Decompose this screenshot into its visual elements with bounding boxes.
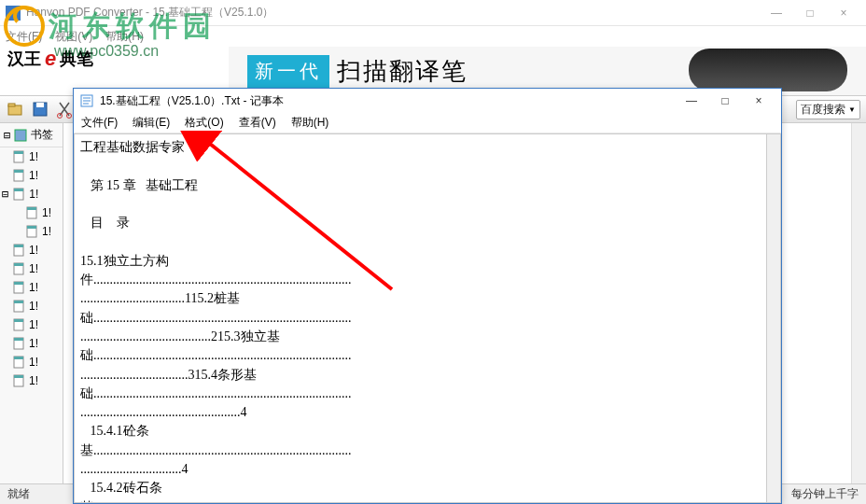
menu-view[interactable]: 视图(V) (55, 29, 92, 45)
sidebar-item[interactable]: 1! (0, 166, 63, 185)
sidebar-item[interactable]: 1! (0, 297, 63, 315)
banner-tagline: 新一代 扫描翻译笔 (247, 55, 468, 88)
notepad-menu-view[interactable]: 查看(V) (239, 115, 276, 131)
page-icon (13, 169, 26, 182)
svg-rect-30 (14, 338, 23, 341)
page-icon (13, 262, 26, 275)
notepad-icon (79, 93, 94, 108)
vertical-scrollbar[interactable] (851, 123, 866, 483)
svg-rect-10 (14, 151, 23, 154)
sidebar-item[interactable]: 1! (0, 334, 63, 353)
menu-help[interactable]: 帮助(H) (105, 29, 144, 45)
search-label: 百度搜索 (801, 102, 845, 118)
notepad-menu-edit[interactable]: 编辑(E) (133, 115, 170, 131)
bookmark-sidebar: ⊟ 书签 1! 1! ⊟1! 1! 1! 1! 1! 1! 1! 1! 1! 1… (0, 123, 63, 483)
notepad-menu-help[interactable]: 帮助(H) (291, 115, 329, 131)
svg-rect-14 (14, 189, 23, 191)
page-icon (13, 374, 26, 387)
svg-rect-26 (14, 301, 23, 303)
sidebar-item[interactable]: 1! (0, 278, 63, 297)
cut-icon[interactable] (54, 99, 75, 119)
status-right: 每分钟上千字 (791, 486, 859, 502)
notepad-title: 15.基础工程（V25.1.0）.Txt - 记事本 (100, 93, 284, 109)
sidebar-item[interactable]: 1! (0, 259, 63, 278)
notepad-max-button[interactable]: □ (708, 90, 742, 112)
sidebar-item[interactable]: 1! (0, 203, 63, 222)
svg-rect-32 (14, 357, 23, 359)
sidebar-item[interactable]: 1! (0, 353, 63, 371)
pen-image (689, 49, 847, 91)
book-icon (14, 129, 27, 142)
page-icon (13, 244, 26, 257)
svg-rect-20 (14, 245, 23, 247)
menu-file[interactable]: 文件(F) (6, 29, 42, 45)
search-dropdown[interactable]: 百度搜索 ▼ (796, 100, 860, 119)
notepad-window[interactable]: 15.基础工程（V25.1.0）.Txt - 记事本 — □ × 文件(F) 编… (73, 88, 782, 504)
notepad-textarea[interactable]: 工程基础数据专家 第 15 章 基础工程 目 录 15.1独立土方构 件....… (74, 133, 766, 503)
main-min-button[interactable]: — (760, 4, 793, 22)
status-left: 就绪 (7, 486, 30, 502)
sidebar-root-label: 书签 (31, 127, 53, 143)
main-title: Hanvon PDF Converter - 15.基础工程（V25.1.0） (26, 5, 273, 21)
page-icon (13, 150, 26, 163)
svg-rect-24 (14, 282, 23, 285)
notepad-menu-format[interactable]: 格式(O) (185, 115, 223, 131)
svg-rect-1 (8, 104, 15, 106)
expand-icon[interactable]: ⊟ (2, 188, 8, 201)
page-icon (13, 281, 26, 294)
svg-rect-34 (14, 375, 23, 378)
collapse-icon[interactable]: ⊟ (4, 129, 10, 142)
sidebar-root[interactable]: ⊟ 书签 (0, 123, 63, 147)
main-titlebar[interactable]: Hanvon PDF Converter - 15.基础工程（V25.1.0） … (0, 0, 866, 26)
banner-tag: 新一代 (247, 55, 329, 88)
svg-rect-8 (15, 130, 26, 141)
banner-text: 扫描翻译笔 (337, 55, 468, 88)
save-icon[interactable] (30, 99, 50, 119)
svg-rect-12 (14, 170, 23, 173)
notepad-menu-file[interactable]: 文件(F) (81, 115, 118, 131)
notepad-scrollbar[interactable] (766, 133, 781, 503)
page-icon (13, 300, 26, 313)
page-icon (13, 188, 26, 201)
page-icon (26, 225, 39, 238)
sidebar-item[interactable]: 1! (0, 222, 63, 241)
sidebar-item[interactable]: ⊟1! (0, 185, 63, 203)
notepad-min-button[interactable]: — (675, 90, 708, 112)
svg-rect-18 (27, 226, 36, 229)
sidebar-item[interactable]: 1! (0, 147, 63, 166)
notepad-close-button[interactable]: × (742, 90, 775, 112)
main-menubar: 文件(F) 视图(V) 帮助(H) (0, 26, 866, 47)
sidebar-item[interactable]: 1! (0, 371, 63, 390)
page-icon (13, 356, 26, 369)
svg-rect-3 (36, 103, 44, 107)
app-icon (6, 6, 21, 21)
svg-rect-28 (14, 319, 23, 322)
notepad-menubar: 文件(F) 编辑(E) 格式(O) 查看(V) 帮助(H) (74, 113, 781, 133)
open-icon[interactable] (6, 99, 26, 119)
main-close-button[interactable]: × (827, 4, 860, 22)
svg-rect-22 (14, 263, 23, 266)
page-icon (13, 337, 26, 350)
page-icon (26, 206, 39, 219)
notepad-body: 工程基础数据专家 第 15 章 基础工程 目 录 15.1独立土方构 件....… (74, 133, 781, 503)
svg-rect-16 (27, 207, 36, 210)
sidebar-item[interactable]: 1! (0, 315, 63, 334)
page-icon (13, 318, 26, 331)
main-max-button[interactable]: □ (793, 4, 827, 22)
chevron-down-icon: ▼ (848, 105, 856, 114)
notepad-titlebar[interactable]: 15.基础工程（V25.1.0）.Txt - 记事本 — □ × (74, 89, 781, 113)
sidebar-item[interactable]: 1! (0, 241, 63, 259)
